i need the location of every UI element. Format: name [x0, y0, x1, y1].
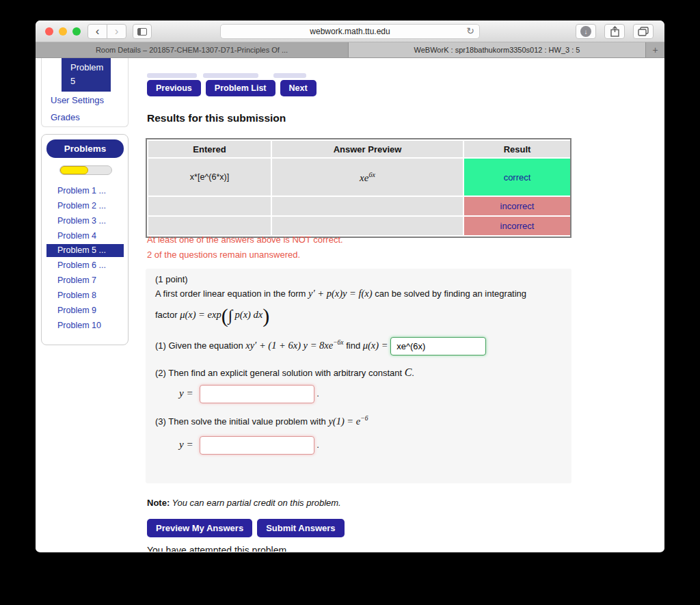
reload-icon[interactable]: ↻: [466, 25, 474, 36]
page-content: Problem 5 User Settings Grades Problems …: [36, 58, 664, 552]
tab-room-details[interactable]: Room Details – 201857-CHEM-1307-D71-Prin…: [36, 42, 349, 57]
tabs-overview-icon: [638, 27, 649, 36]
col-header-result: Result: [464, 141, 570, 157]
part3-text: (3) Then solve the initial value problem…: [155, 416, 328, 427]
new-tab-button[interactable]: +: [646, 42, 664, 57]
back-button[interactable]: ‹: [88, 24, 107, 39]
sidebar-item-problem[interactable]: Problem 7: [42, 273, 128, 288]
current-problem-number: 5: [70, 75, 111, 88]
zoom-window-button[interactable]: [72, 27, 81, 36]
scrolled-element-remnant: [147, 73, 197, 78]
tab-bar: Room Details – 201857-CHEM-1307-D71-Prin…: [36, 42, 664, 58]
entered-cell: x*[e^(6*x)]: [148, 159, 271, 196]
problem-list-button[interactable]: Problem List: [206, 80, 275, 96]
preview-my-answers-button[interactable]: Preview My Answers: [147, 519, 252, 537]
note-text: You can earn partial credit on this prob…: [170, 498, 341, 508]
note-label: Note:: [147, 498, 170, 508]
problem-link-label: Problem 4: [57, 231, 96, 241]
problem-link-label: Problem 6 ...: [57, 260, 106, 270]
desktop-background: ‹ › webwork.math.ttu.edu ↻ ↓: [0, 0, 700, 605]
address-bar[interactable]: webwork.math.ttu.edu ↻: [220, 24, 480, 39]
table-row: incorrect: [148, 217, 569, 235]
part1-text: (1) Given the equation: [155, 340, 245, 351]
progress-bar: [59, 165, 112, 175]
mu-answer-input[interactable]: [390, 337, 486, 355]
browser-toolbar: ‹ › webwork.math.ttu.edu ↻ ↓: [36, 21, 664, 42]
tab-webwork[interactable]: WeBWorK : spr18bathukorm3350s012 : HW_3 …: [349, 42, 646, 57]
partial-credit-note: Note: You can earn partial credit on thi…: [147, 498, 341, 508]
sidebar-item-problem[interactable]: Problem 5 ...: [46, 244, 124, 257]
submit-answers-button[interactable]: Submit Answers: [257, 519, 344, 537]
url-text: webwork.math.ttu.edu: [310, 27, 390, 36]
intro-math: y′ + p(x)y = f(x): [308, 288, 373, 299]
sidebar-problems-panel: Problems Problem 1 ...Problem 2 ...Probl…: [41, 134, 129, 345]
general-solution-line: y = .: [179, 385, 319, 403]
results-heading: Results for this submission: [147, 112, 286, 124]
integrating-factor-line: factor μ(x) = exp(∫ p(x) dx): [155, 304, 269, 327]
sidebar-item-grades[interactable]: Grades: [51, 112, 80, 122]
progress-bar-fill: [60, 166, 88, 174]
current-problem-label: Problem: [70, 61, 111, 75]
problem-link-label: Problem 3 ...: [57, 216, 106, 226]
sidebar-item-problem[interactable]: Problem 6 ...: [42, 258, 128, 273]
col-header-entered: Entered: [148, 141, 271, 157]
share-button[interactable]: [604, 24, 625, 39]
results-table-header: Entered Answer Preview Result: [148, 141, 569, 157]
intro-text-2: can be solved by finding an integrating: [373, 288, 527, 299]
forward-icon: ›: [115, 25, 119, 38]
part1-text-2: find: [344, 340, 363, 351]
general-solution-input[interactable]: [200, 385, 314, 403]
ivp-solution-input[interactable]: [200, 436, 314, 455]
answer-preview-cell: xe6x: [272, 159, 463, 196]
answer-preview-cell: [272, 217, 463, 235]
sidebar-item-problem[interactable]: Problem 8: [42, 288, 128, 304]
show-tabs-button[interactable]: [633, 24, 654, 39]
sidebar-item-problem[interactable]: Problem 9: [42, 304, 128, 319]
problem-link-label: Problem 8: [57, 291, 96, 300]
part1-line: (1) Given the equation xy′ + (1 + 6x) y …: [155, 337, 486, 355]
result-cell: incorrect: [464, 197, 570, 215]
problem-nav-buttons: Previous Problem List Next: [147, 80, 317, 96]
col-header-answer-preview: Answer Preview: [272, 141, 463, 157]
sidebar-item-user-settings[interactable]: User Settings: [51, 95, 104, 105]
period: .: [317, 388, 319, 399]
forward-button[interactable]: ›: [107, 24, 126, 39]
previous-button[interactable]: Previous: [147, 80, 201, 96]
sidebar-item-problem[interactable]: Problem 4: [42, 229, 128, 244]
sidebar-item-problem[interactable]: Problem 2 ...: [42, 199, 128, 214]
sidebar-icon: [137, 28, 147, 36]
tab-title: Room Details – 201857-CHEM-1307-D71-Prin…: [96, 46, 288, 54]
download-icon: ↓: [580, 26, 591, 37]
current-problem-indicator: Problem 5: [62, 58, 111, 92]
next-button[interactable]: Next: [280, 80, 317, 96]
share-icon: [610, 26, 619, 37]
result-cell: incorrect: [464, 217, 570, 235]
sidebar-item-problem[interactable]: Problem 1 ...: [42, 184, 128, 199]
tab-title: WeBWorK : spr18bathukorm3350s012 : HW_3 …: [414, 46, 580, 54]
y-equals-label: y =: [179, 388, 193, 399]
problem-link-label: Problem 10: [57, 321, 101, 330]
close-window-button[interactable]: [45, 27, 53, 36]
period: .: [317, 440, 319, 450]
table-row: incorrect: [148, 197, 569, 215]
minimize-window-button[interactable]: [59, 27, 67, 36]
part3-line: (3) Then solve the initial value problem…: [155, 415, 368, 427]
sidebar-breadcrumb-panel: Problem 5 User Settings Grades: [41, 58, 129, 127]
table-row: x*[e^(6*x)] xe6x correct: [148, 159, 569, 196]
sidebar-item-problem[interactable]: Problem 10: [42, 319, 128, 334]
sidebar-item-problem[interactable]: Problem 3 ...: [42, 214, 128, 229]
downloads-button[interactable]: ↓: [576, 24, 596, 39]
warning-unanswered: 2 of the questions remain unanswered.: [147, 250, 300, 260]
y-equals-label: y =: [179, 439, 193, 450]
intro-text: A first order linear equation in the for…: [155, 288, 308, 299]
part2-line: (2) Then find an explicit general soluti…: [155, 366, 414, 379]
problem-link-label: Problem 9: [57, 306, 96, 315]
sidebar-toggle-button[interactable]: [133, 24, 152, 39]
results-table: Entered Answer Preview Result x*[e^(6*x)…: [146, 138, 571, 238]
result-cell: correct: [464, 159, 570, 196]
part1-mu: μ(x) =: [363, 340, 390, 351]
factor-text: factor: [155, 310, 180, 320]
ivp-solution-line: y = .: [179, 436, 319, 455]
back-icon: ‹: [96, 25, 100, 38]
scrolled-element-remnant: [273, 73, 306, 78]
